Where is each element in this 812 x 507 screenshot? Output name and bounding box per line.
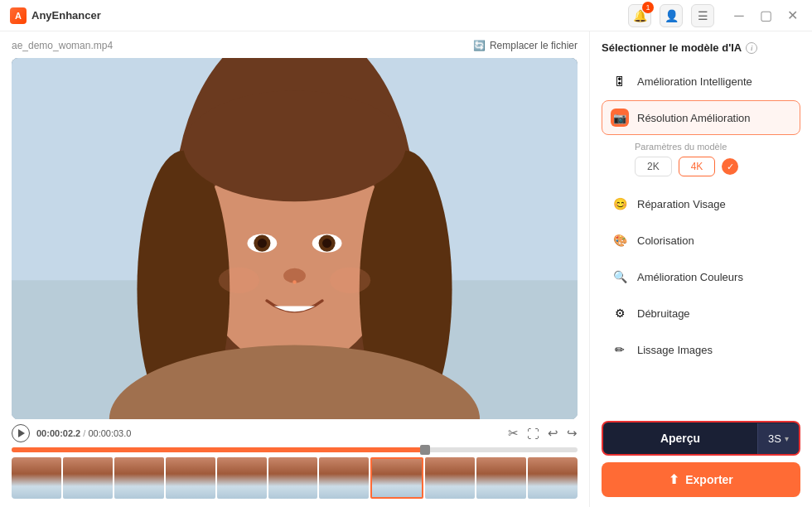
resolution-icon: 📷	[611, 109, 629, 127]
svg-point-18	[292, 280, 296, 283]
model-item-lissage[interactable]: ✏ Lissage Images	[602, 332, 800, 367]
thumb-3[interactable]	[114, 457, 164, 499]
video-controls: 00:00:02.2 / 00:00:03.0 ✂ ⛶ ↩ ↪	[12, 419, 578, 447]
svg-point-16	[330, 268, 370, 293]
time-display: 00:00:02.2 / 00:00:03.0	[36, 428, 131, 438]
replace-icon: 🔄	[473, 40, 486, 51]
chevron-down-icon: ▾	[785, 434, 789, 443]
main-layout: ae_demo_woman.mp4 🔄 Remplacer le fichier	[0, 31, 812, 507]
play-button[interactable]	[12, 424, 30, 442]
export-button[interactable]: ⬆ Exporter	[602, 462, 800, 497]
thumbnail-strip	[12, 457, 578, 499]
debruitage-icon: ⚙	[611, 304, 629, 322]
maximize-button[interactable]: ▢	[756, 6, 776, 26]
resolution-params: Paramètres du modèle 2K 4K ✓	[602, 137, 800, 185]
thumb-11[interactable]	[528, 457, 578, 499]
reparation-label: Réparation Visage	[637, 198, 726, 210]
thumb-4[interactable]	[166, 457, 215, 499]
panel-title: Sélectionner le modèle d'IA i	[602, 41, 800, 54]
thumb-7[interactable]	[319, 457, 369, 499]
crop-icon[interactable]: ⛶	[527, 427, 539, 441]
option-2k[interactable]: 2K	[635, 157, 672, 176]
notification-button[interactable]: 🔔 1	[628, 4, 651, 27]
app-logo: A AnyEnhancer	[10, 7, 101, 24]
replace-file-button[interactable]: 🔄 Remplacer le fichier	[473, 40, 578, 51]
model-item-reparation[interactable]: 😊 Réparation Visage	[602, 186, 800, 221]
lissage-icon: ✏	[611, 340, 629, 359]
model-item-resolution[interactable]: 📷 Résolution Amélioration	[602, 100, 800, 135]
export-icon: ⬆	[669, 472, 679, 487]
scissors-icon[interactable]: ✂	[508, 426, 519, 441]
logo-icon: A	[10, 7, 27, 24]
check-circle: ✓	[722, 158, 738, 175]
video-frame	[12, 58, 578, 419]
title-bar: A AnyEnhancer 🔔 1 👤 ☰ ─ ▢ ✕	[0, 0, 812, 31]
amelioration-couleurs-icon: 🔍	[611, 268, 629, 286]
app-title: AnyEnhancer	[31, 9, 101, 22]
option-4k[interactable]: 4K	[679, 157, 716, 176]
preview-button[interactable]: Aperçu 3S ▾	[602, 421, 800, 456]
left-panel: ae_demo_woman.mp4 🔄 Remplacer le fichier	[0, 31, 590, 507]
reparation-icon: 😊	[611, 195, 629, 213]
model-item-debruitage[interactable]: ⚙ Débruitage	[602, 296, 800, 331]
resolution-label: Résolution Amélioration	[637, 112, 751, 124]
thumb-2[interactable]	[63, 457, 113, 499]
colorisation-label: Colorisation	[637, 234, 694, 247]
close-button[interactable]: ✕	[782, 6, 802, 26]
thumb-9[interactable]	[425, 457, 475, 499]
info-icon[interactable]: i	[746, 42, 757, 54]
time-current: 00:00:02.2	[36, 428, 80, 438]
redo-icon[interactable]: ↪	[567, 426, 578, 441]
title-bar-controls: 🔔 1 👤 ☰ ─ ▢ ✕	[628, 4, 802, 27]
preview-time[interactable]: 3S ▾	[757, 423, 799, 454]
amelioration-icon: 🎛	[611, 72, 629, 90]
model-item-colorisation[interactable]: 🎨 Colorisation	[602, 223, 800, 258]
menu-button[interactable]: ☰	[691, 4, 714, 27]
params-options: 2K 4K ✓	[635, 157, 792, 176]
thumb-5[interactable]	[217, 457, 267, 499]
control-icons: ✂ ⛶ ↩ ↪	[508, 426, 578, 441]
notification-badge: 1	[642, 2, 654, 13]
amelioration-label: Amélioration Intelligente	[637, 75, 752, 88]
scrubber-thumb	[420, 445, 430, 455]
thumb-6[interactable]	[268, 457, 318, 499]
thumb-10[interactable]	[476, 457, 526, 499]
bottom-actions: Aperçu 3S ▾ ⬆ Exporter	[602, 421, 800, 497]
video-preview	[12, 58, 578, 419]
model-list: 🎛 Amélioration Intelligente 📷 Résolution…	[602, 64, 800, 414]
colorisation-icon: 🎨	[611, 231, 629, 249]
thumb-1[interactable]	[12, 457, 61, 499]
file-bar: ae_demo_woman.mp4 🔄 Remplacer le fichier	[12, 40, 578, 51]
svg-point-10	[258, 239, 267, 248]
time-total: 00:00:03.0	[88, 428, 131, 438]
window-controls: ─ ▢ ✕	[729, 6, 802, 26]
minimize-button[interactable]: ─	[729, 6, 749, 26]
model-item-amelioration[interactable]: 🎛 Amélioration Intelligente	[602, 64, 800, 99]
lissage-label: Lissage Images	[637, 344, 713, 356]
svg-point-15	[219, 268, 259, 293]
file-name: ae_demo_woman.mp4	[12, 40, 113, 51]
params-label: Paramètres du modèle	[635, 142, 792, 152]
preview-label: Aperçu	[603, 422, 757, 454]
svg-point-7	[183, 90, 405, 201]
amelioration-couleurs-label: Amélioration Couleurs	[637, 271, 743, 283]
thumb-8[interactable]	[370, 457, 423, 499]
account-button[interactable]: 👤	[660, 4, 683, 27]
right-panel: Sélectionner le modèle d'IA i 🎛 Améliora…	[590, 31, 812, 507]
scrubber-fill	[12, 447, 425, 452]
model-item-amelioration-couleurs[interactable]: 🔍 Amélioration Couleurs	[602, 259, 800, 294]
scrubber-bar[interactable]	[12, 447, 578, 452]
undo-icon[interactable]: ↩	[548, 426, 558, 441]
svg-point-13	[322, 239, 331, 248]
play-icon	[18, 429, 25, 437]
debruitage-label: Débruitage	[637, 307, 690, 320]
